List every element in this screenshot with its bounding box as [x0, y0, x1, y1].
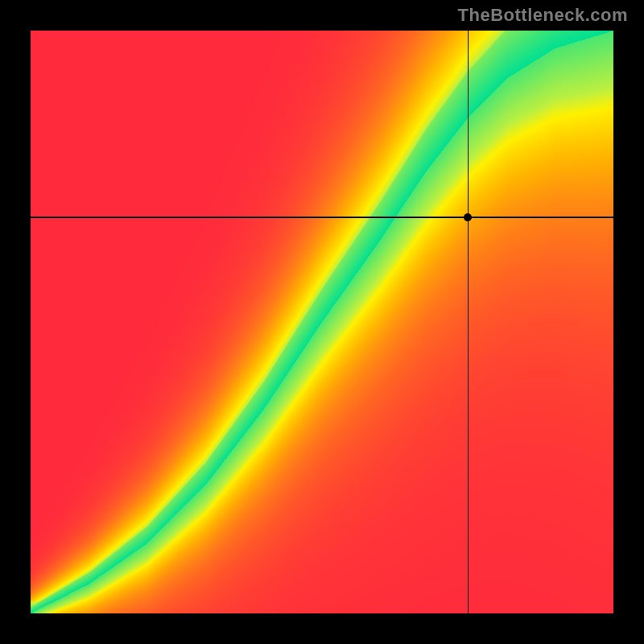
- crosshair-horizontal: [31, 217, 613, 218]
- crosshair-vertical: [468, 31, 469, 613]
- heatmap-plot: [31, 31, 613, 613]
- watermark-text: TheBottleneck.com: [458, 5, 628, 26]
- chart-frame: TheBottleneck.com: [0, 0, 644, 644]
- heatmap-canvas: [31, 31, 613, 613]
- data-point-marker: [464, 213, 472, 221]
